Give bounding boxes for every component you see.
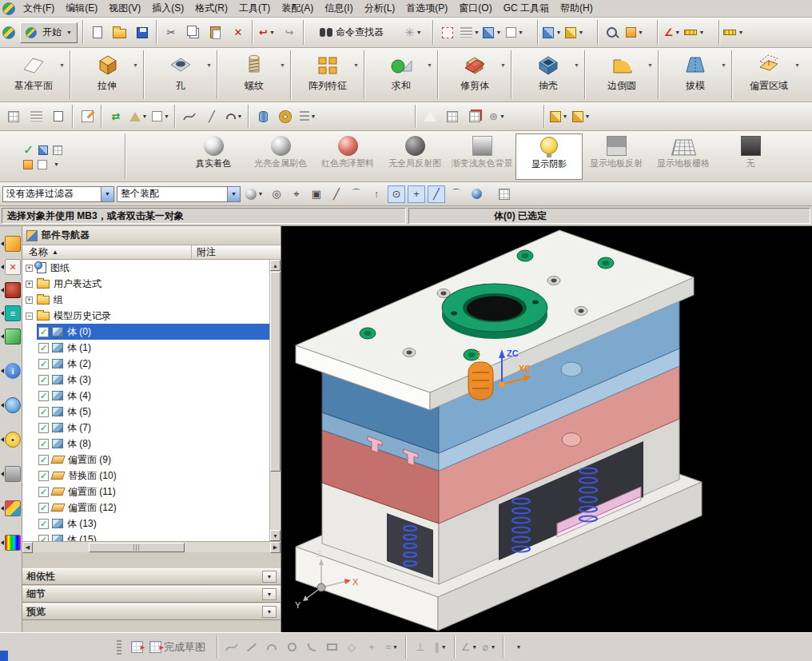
texture-icon[interactable] <box>53 145 62 155</box>
hd3d-tools-tab[interactable]: i <box>0 363 22 379</box>
profile-button[interactable] <box>128 639 145 656</box>
render-show-shadow-button[interactable]: 显示阴影 <box>515 133 583 180</box>
thread-button[interactable]: 螺纹▼ <box>221 50 288 101</box>
checkbox-checked-icon[interactable]: ✓ <box>38 343 49 353</box>
chevron-down-icon[interactable]: ▼ <box>262 588 277 600</box>
scroll-down-button[interactable]: ▼ <box>270 530 281 541</box>
chevron-down-icon[interactable]: ▼ <box>262 571 277 583</box>
render-floor-reflection-button[interactable]: 显示地板反射 <box>583 133 650 180</box>
assembly-navigator-tab[interactable] <box>0 236 22 252</box>
move-object-button[interactable]: ▼ <box>548 106 569 128</box>
sketch-fillet-button[interactable] <box>303 639 320 656</box>
studio-palette-tab[interactable] <box>0 500 22 516</box>
app-icon[interactable] <box>2 2 15 15</box>
checkbox-checked-icon[interactable]: ✓ <box>38 407 49 417</box>
render-red-plastic-button[interactable]: 红色亮泽塑料 <box>314 133 381 180</box>
tree-row-offset-face-9[interactable]: ✓ 偏置面 (9) <box>22 452 269 468</box>
checkbox-checked-icon[interactable]: ✓ <box>38 423 49 433</box>
roles-button[interactable]: ⊛▼ <box>487 106 508 128</box>
tree-row-user-expressions[interactable]: + 用户表达式 <box>22 276 269 292</box>
chevron-down-icon[interactable]: ▼ <box>227 187 240 201</box>
section-preview[interactable]: 预览 ▼ <box>22 603 281 620</box>
scroll-right-button[interactable]: ▶ <box>270 542 281 553</box>
grid-snap-toggle[interactable] <box>496 185 513 203</box>
system-materials-tab[interactable] <box>0 466 22 482</box>
menu-format[interactable]: 格式(R) <box>189 0 233 17</box>
tree-row-offset-face-11[interactable]: ✓ 偏置面 (11) <box>22 484 269 500</box>
copy-button[interactable] <box>183 22 204 44</box>
menu-preferences[interactable]: 首选项(P) <box>400 0 453 17</box>
render-brushed-metal-button[interactable]: 光亮金属刷色 <box>247 133 314 180</box>
menu-gc-toolbox[interactable]: GC 工具箱 <box>498 0 555 17</box>
tree-row-body-3[interactable]: ✓ 体 (3) <box>22 372 269 388</box>
perpendicular-constraint-button[interactable]: ⊥ <box>412 639 429 656</box>
snap-arc-toggle[interactable]: ⌒ <box>348 185 365 203</box>
horizontal-scrollbar[interactable]: ◀ ▶ <box>22 541 281 552</box>
checkbox-checked-icon[interactable]: ✓ <box>38 359 49 369</box>
datum-plane-button[interactable]: 基准平面▼ <box>0 50 67 101</box>
reuse-library-tab[interactable]: ≡ <box>0 305 22 321</box>
tree-row-body-8[interactable]: ✓ 体 (8) <box>22 436 269 452</box>
tree-row-body-15[interactable]: ✓ 体 (15) <box>22 532 269 541</box>
menu-analysis[interactable]: 分析(L) <box>359 0 401 17</box>
menu-window[interactable]: 窗口(O) <box>453 0 497 17</box>
delete-button[interactable]: ✕ <box>228 22 249 44</box>
finish-sketch-button[interactable]: 完成草图 <box>148 639 212 656</box>
snap-sphere-toggle[interactable] <box>468 185 485 203</box>
collapse-icon[interactable]: − <box>26 313 33 320</box>
save-button[interactable] <box>132 22 153 44</box>
sketch-offset-button[interactable]: ≈▼ <box>383 639 400 656</box>
render-floor-grid-button[interactable]: 显示地板栅格 <box>650 133 717 180</box>
snap-endpoint-toggle[interactable]: ╱ <box>328 185 345 203</box>
checkbox-checked-icon[interactable]: ✓ <box>38 327 49 337</box>
expand-icon[interactable]: + <box>26 281 33 288</box>
tree-row-body-7[interactable]: ✓ 体 (7) <box>22 420 269 436</box>
arc-button[interactable]: ▼ <box>224 106 245 128</box>
pattern-feature-button[interactable]: 阵列特征▼ <box>294 50 361 101</box>
sketch-point-button[interactable]: + <box>363 639 380 656</box>
snap-intersection-toggle[interactable]: + <box>408 185 425 203</box>
tree-row-offset-face-12[interactable]: ✓ 偏置面 (12) <box>22 500 269 516</box>
apply-check-icon[interactable]: ✓ <box>23 144 34 157</box>
snapshot-button[interactable]: ▼ <box>624 22 645 44</box>
torus-button[interactable] <box>275 106 296 128</box>
tree-row-body-2[interactable]: ✓ 体 (2) <box>22 356 269 372</box>
menu-information[interactable]: 信息(I) <box>319 0 358 17</box>
studio-icon[interactable] <box>23 160 33 169</box>
section-details[interactable]: 细节 ▼ <box>22 586 281 603</box>
menu-help[interactable]: 帮助(H) <box>555 0 599 17</box>
tree-row-body-13[interactable]: ✓ 体 (13) <box>22 516 269 532</box>
checkbox-checked-icon[interactable]: ✓ <box>38 455 49 465</box>
graphics-viewport[interactable]: ZC XC Z X Y <box>281 226 812 632</box>
chevron-down-icon[interactable]: ▼ <box>262 606 277 618</box>
menu-file[interactable]: 文件(F) <box>18 0 60 17</box>
web-browser-tab[interactable] <box>0 397 22 413</box>
wireframe-view-button[interactable]: ▼ <box>564 22 585 44</box>
shaded-view-button[interactable]: ▼ <box>542 22 563 44</box>
orient-view-button[interactable]: ▼ <box>482 22 503 44</box>
history-palette-tab[interactable]: • <box>0 432 22 448</box>
hole-button[interactable]: 孔▼ <box>147 50 214 101</box>
checkbox-checked-icon[interactable]: ✓ <box>38 391 49 401</box>
more-tools-button[interactable]: ▼ <box>509 639 527 656</box>
unite-button[interactable]: 求和▼ <box>368 50 435 101</box>
undo-button[interactable]: ↩▼ <box>257 22 277 44</box>
line-button[interactable]: ╱ <box>201 106 222 128</box>
checkbox-checked-icon[interactable]: ✓ <box>38 471 49 481</box>
layer-settings-button[interactable]: ▼ <box>460 22 480 44</box>
spline-button[interactable] <box>179 106 200 128</box>
scroll-up-button[interactable]: ▲ <box>270 260 281 271</box>
menu-edit[interactable]: 编辑(E) <box>60 0 103 17</box>
rendering-style-button[interactable]: ▼ <box>504 22 525 44</box>
render-none-button[interactable]: 无 <box>717 133 784 180</box>
tree-row-groups[interactable]: + 组 <box>22 292 269 308</box>
sketch-button[interactable] <box>77 106 98 128</box>
sketch-line-button[interactable] <box>243 639 261 656</box>
annotation-button[interactable]: ▼ <box>150 106 171 128</box>
checkbox-checked-icon[interactable]: ✓ <box>38 503 49 513</box>
edge-blend-button[interactable]: 边倒圆▼ <box>588 50 655 101</box>
sketch-rectangle-button[interactable] <box>323 639 340 656</box>
dimension-angle-button[interactable]: ∠▼ <box>460 639 478 656</box>
scrollbar-thumb[interactable] <box>89 543 185 552</box>
tree-row-body-5[interactable]: ✓ 体 (5) <box>22 404 269 420</box>
